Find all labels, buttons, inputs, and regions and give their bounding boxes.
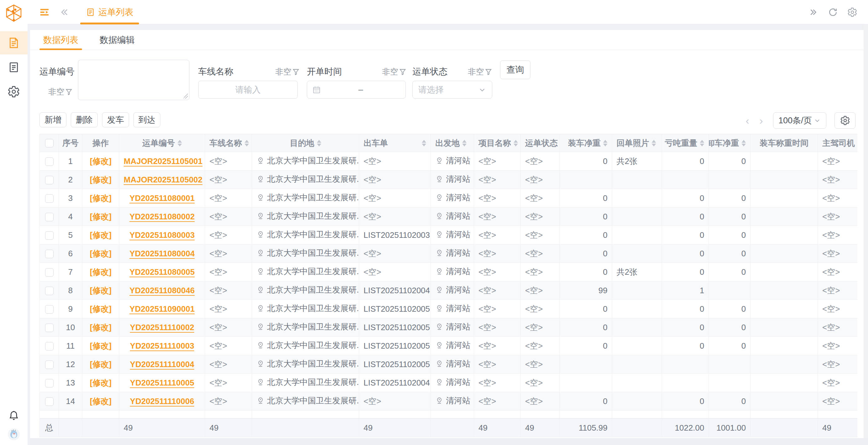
sort-control[interactable] [462, 140, 467, 147]
tab-data-edit[interactable]: 数据编辑 [96, 30, 138, 50]
line-name-input[interactable]: 请输入 [198, 81, 298, 99]
row-checkbox[interactable] [45, 213, 54, 221]
row-checkbox[interactable] [45, 268, 54, 277]
modify-link[interactable]: [修改] [90, 323, 112, 332]
col-unload_net[interactable]: 卸车净重 [709, 134, 751, 152]
delete-button[interactable]: 删除 [71, 113, 98, 127]
waybill-code-link[interactable]: YD202511110005 [130, 378, 194, 387]
col-status[interactable]: 运单状态 [521, 134, 560, 152]
col-load_net[interactable]: 装车净重 [560, 134, 612, 152]
select-all-checkbox[interactable] [45, 139, 54, 148]
modify-link[interactable]: [修改] [90, 175, 112, 184]
waybill-code-link[interactable]: MAJOR20251105002 [124, 175, 203, 184]
col-origin[interactable]: 出发地 [431, 134, 474, 152]
sort-control[interactable] [700, 140, 704, 147]
row-checkbox[interactable] [45, 194, 54, 203]
cell-select [40, 170, 59, 189]
modify-link[interactable]: [修改] [90, 396, 112, 406]
double-chevron-right-icon[interactable] [808, 7, 818, 17]
row-checkbox[interactable] [45, 398, 54, 406]
row-checkbox[interactable] [45, 157, 54, 166]
sort-control[interactable] [514, 140, 518, 147]
modify-link[interactable]: [修改] [90, 304, 112, 314]
filter-not-empty-waybill-status[interactable]: 非空 [468, 66, 492, 77]
depart-button[interactable]: 发车 [102, 113, 129, 127]
waybill-code-link[interactable]: MAJOR20251105001 [124, 156, 203, 166]
waybill-code-link[interactable]: YD202511110002 [130, 323, 194, 332]
page-size-select[interactable]: 100条/页 [773, 113, 826, 129]
row-checkbox[interactable] [45, 379, 54, 387]
row-checkbox[interactable] [45, 231, 54, 240]
filter-not-empty-waybill-no[interactable]: 非空 [48, 86, 73, 97]
col-receipt[interactable]: 回单照片 [612, 134, 662, 152]
sidebar-item-report[interactable] [0, 56, 28, 79]
waybill-code-link[interactable]: YD202511110006 [130, 396, 194, 406]
waybill-code-link[interactable]: YD202511090001 [129, 304, 194, 314]
row-checkbox[interactable] [45, 360, 54, 369]
prev-page-button[interactable]: ‹ [741, 115, 754, 127]
modify-link[interactable]: [修改] [90, 359, 112, 369]
tab-data-list[interactable]: 数据列表 [39, 30, 82, 50]
sort-control[interactable] [603, 140, 608, 147]
billing-time-range-picker[interactable]: – [307, 81, 406, 99]
filter-not-empty-line-name[interactable]: 非空 [275, 66, 300, 77]
modify-link[interactable]: [修改] [90, 378, 112, 387]
modify-link[interactable]: [修改] [90, 212, 112, 221]
table-settings-button[interactable] [835, 113, 856, 129]
col-code[interactable]: 运单编号 [119, 134, 205, 152]
waybill-status-select[interactable]: 请选择 [412, 81, 492, 99]
next-page-button[interactable]: › [754, 115, 768, 127]
waybill-code-link[interactable]: YD202511110003 [130, 341, 194, 350]
waybill-no-textarea[interactable] [78, 60, 189, 100]
sort-control[interactable] [422, 140, 426, 147]
search-button[interactable]: 查询 [500, 60, 530, 79]
col-line[interactable]: 车线名称 [205, 134, 252, 152]
col-loss[interactable]: 亏吨重量 [662, 134, 709, 152]
waybill-code-link[interactable]: YD202511080046 [129, 286, 194, 295]
modify-link[interactable]: [修改] [90, 193, 112, 203]
user-avatar[interactable] [7, 428, 20, 441]
refresh-icon[interactable] [828, 7, 838, 17]
waybill-code-link[interactable]: YD202511080004 [129, 249, 194, 258]
modify-link[interactable]: [修改] [90, 156, 112, 166]
sort-control[interactable] [317, 140, 321, 147]
add-button[interactable]: 新增 [39, 113, 66, 127]
modify-link[interactable]: [修改] [90, 341, 112, 350]
sidebar-item-settings[interactable] [0, 80, 28, 103]
sort-control[interactable] [245, 140, 249, 147]
sort-control[interactable] [178, 140, 182, 147]
sidebar-item-waybill[interactable] [0, 31, 28, 55]
arrive-button[interactable]: 到达 [133, 113, 160, 127]
sort-control[interactable] [742, 140, 746, 147]
sort-control[interactable] [652, 140, 656, 147]
row-checkbox[interactable] [45, 324, 54, 332]
page-tab-waybill-list[interactable]: 运单列表 [82, 0, 138, 24]
horizontal-scrollbar[interactable] [30, 438, 868, 445]
waybill-code-link[interactable]: YD202511110004 [130, 359, 194, 369]
row-checkbox[interactable] [45, 176, 54, 184]
col-driver[interactable]: 主驾司机 [818, 134, 857, 152]
row-checkbox[interactable] [45, 305, 54, 314]
waybill-code-link[interactable]: YD202511080005 [129, 267, 194, 277]
resize-grip[interactable] [183, 94, 188, 99]
modify-link[interactable]: [修改] [90, 267, 112, 277]
row-checkbox[interactable] [45, 342, 54, 350]
menu-fold-icon[interactable] [39, 7, 50, 18]
waybill-code-link[interactable]: YD202511080003 [129, 230, 194, 240]
modify-link[interactable]: [修改] [90, 249, 112, 258]
waybill-code-link[interactable]: YD202511080002 [129, 212, 194, 221]
double-chevron-left-icon[interactable] [59, 7, 69, 18]
waybill-code-link[interactable]: YD202511080001 [129, 193, 194, 203]
col-project[interactable]: 项目名称 [474, 134, 521, 152]
row-checkbox[interactable] [45, 250, 54, 258]
vertical-scrollbar[interactable] [864, 25, 868, 445]
col-truck_list[interactable]: 出车单 [359, 134, 431, 152]
row-checkbox[interactable] [45, 287, 54, 295]
col-dest[interactable]: 目的地 [252, 134, 359, 152]
gear-icon[interactable] [847, 7, 857, 17]
filter-not-empty-billing-time[interactable]: 非空 [382, 66, 406, 77]
location-pin-icon [256, 212, 265, 220]
modify-link[interactable]: [修改] [90, 286, 112, 295]
modify-link[interactable]: [修改] [90, 230, 112, 240]
bell-icon[interactable] [8, 410, 20, 421]
